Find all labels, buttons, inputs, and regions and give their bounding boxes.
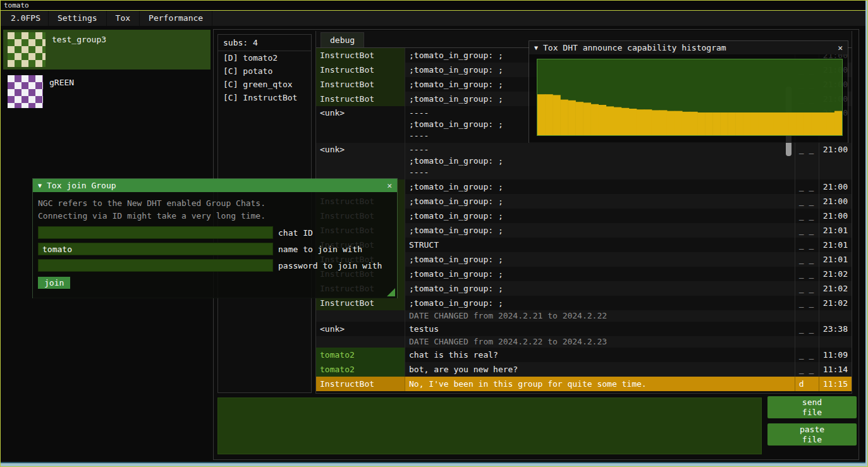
sender-name: tomato2 xyxy=(316,362,405,377)
menu-item-performance[interactable]: Performance xyxy=(140,11,212,26)
dht-histogram-titlebar[interactable]: ▼ Tox DHT announce capability histogram … xyxy=(529,41,848,54)
group-item-test_group3[interactable]: test_group3 xyxy=(3,30,211,70)
message-text: ;tomato_in_group: ; xyxy=(405,281,795,296)
group-name: gREEN xyxy=(49,75,74,109)
menu-item-tox[interactable]: Tox xyxy=(107,11,140,26)
sender-name: InstructBot xyxy=(316,48,405,63)
message-status: _ _ xyxy=(795,194,819,209)
message-status: _ _ xyxy=(795,296,819,310)
group-list: test_group3gREEN xyxy=(3,30,211,114)
sender-name: <unk> xyxy=(316,322,405,336)
close-icon[interactable]: ✕ xyxy=(838,43,843,52)
subs-header: subs: 4 xyxy=(218,35,311,51)
join-password-input[interactable] xyxy=(38,259,273,272)
message-status: _ _ xyxy=(795,281,819,296)
message-status: _ _ xyxy=(795,209,819,223)
subs-list: [D] tomato2[C] potato[C] green_qtox[C] I… xyxy=(218,51,311,104)
message-text: ----;tomato_in_group: ;---- xyxy=(405,143,795,179)
window-titlebar[interactable]: tomato xyxy=(1,1,867,11)
message-text: ;tomato_in_group: ; xyxy=(405,296,795,310)
sender-name: InstructBot xyxy=(316,63,405,77)
message-status: _ _ xyxy=(795,348,819,362)
sender-name xyxy=(316,310,405,322)
message-time: 21:00 xyxy=(819,179,852,194)
message-status: _ _ xyxy=(795,252,819,267)
message-time: 11:09 xyxy=(819,348,852,362)
message-text: ;tomato_in_group: ; xyxy=(405,223,795,238)
desktop-edge-bottom-strip xyxy=(1,462,867,466)
message-time: 21:01 xyxy=(819,252,852,267)
dht-histogram-window: ▼ Tox DHT announce capability histogram … xyxy=(529,40,848,143)
join-button[interactable]: join xyxy=(38,277,70,289)
sub-list-item[interactable]: [C] potato xyxy=(218,64,311,78)
dht-histogram-body xyxy=(529,54,848,143)
paste-file-button[interactable]: paste file xyxy=(767,423,857,446)
tab-debug[interactable]: debug xyxy=(321,32,364,47)
join-password-label: password to join with xyxy=(278,261,382,270)
group-name: test_group3 xyxy=(52,32,106,67)
message-text: testus xyxy=(405,322,795,336)
desktop-edge-right-strip xyxy=(865,1,867,466)
sender-name: <unk> xyxy=(316,143,405,179)
sub-list-item[interactable]: [C] InstructBot xyxy=(218,91,311,104)
name-field-row: name to join with xyxy=(38,243,392,255)
message-text: ;tomato_in_group: ; xyxy=(405,252,795,267)
message-status xyxy=(795,310,819,322)
message-text: chat is this real? xyxy=(405,348,795,362)
menubar: 2.0FPS SettingsToxPerformance xyxy=(1,11,867,26)
message-status: _ _ xyxy=(795,143,819,179)
date-separator-row[interactable]: DATE CHANGED from 2024.2.21 to 2024.2.22 xyxy=(316,310,852,322)
message-status xyxy=(795,336,819,348)
sender-name xyxy=(316,336,405,348)
message-time: 21:02 xyxy=(819,267,852,281)
collapse-arrow-icon[interactable]: ▼ xyxy=(38,182,42,189)
chat-id-input[interactable] xyxy=(38,226,273,239)
collapse-arrow-icon[interactable]: ▼ xyxy=(534,44,538,51)
message-status: _ _ xyxy=(795,179,819,194)
chat-message-row[interactable]: <unk>----;tomato_in_group: ;----_ _21:00 xyxy=(316,143,852,179)
window-title: tomato xyxy=(4,1,29,9)
date-separator-row[interactable]: DATE CHANGED from 2024.2.22 to 2024.2.23 xyxy=(316,336,852,348)
message-status: _ _ xyxy=(795,267,819,281)
join-group-window: ▼ Tox join Group ✕ NGC refers to the New… xyxy=(32,178,398,298)
chat-message-row[interactable]: tomato2bot, are you new here?_ _11:14 xyxy=(316,362,852,377)
resize-grip[interactable] xyxy=(387,288,395,296)
group-item-gREEN[interactable]: gREEN xyxy=(3,73,211,111)
message-time: 21:00 xyxy=(819,209,852,223)
chat-message-row[interactable]: <unk>testus_ _23:38 xyxy=(316,322,852,336)
histogram-plot[interactable] xyxy=(537,59,843,136)
message-time: 21:02 xyxy=(819,296,852,310)
join-group-window-title: Tox join Group xyxy=(47,181,116,190)
join-group-body: NGC refers to the New DHT enabled Group … xyxy=(33,192,397,298)
message-text: ;tomato_in_group: ; xyxy=(405,267,795,281)
chat-message-row[interactable]: tomato2chat is this real?_ _11:09 xyxy=(316,348,852,362)
sub-list-item[interactable]: [D] tomato2 xyxy=(218,51,311,64)
ngc-info-line-1: NGC refers to the New DHT enabled Group … xyxy=(38,197,392,210)
group-avatar xyxy=(8,75,43,108)
sender-name: <unk> xyxy=(316,106,405,143)
histogram-bars xyxy=(537,59,842,135)
message-time: 11:14 xyxy=(819,362,852,377)
close-icon[interactable]: ✕ xyxy=(387,181,392,190)
message-time: 21:01 xyxy=(819,223,852,238)
sender-name: tomato2 xyxy=(316,348,405,362)
message-input[interactable] xyxy=(217,397,762,454)
ngc-info-line-2: Connecting via ID might take a very long… xyxy=(38,210,392,222)
chat-message-row[interactable]: InstructBotNo, I've been in this group f… xyxy=(316,377,852,391)
send-file-button[interactable]: send file xyxy=(767,396,857,418)
date-changed-text: DATE CHANGED from 2024.2.21 to 2024.2.22 xyxy=(409,312,791,320)
join-name-input[interactable] xyxy=(38,243,273,255)
group-avatar xyxy=(8,32,46,67)
message-text: ;tomato_in_group: ; xyxy=(405,194,795,209)
sub-list-item[interactable]: [C] green_qtox xyxy=(218,78,311,91)
message-time xyxy=(819,336,852,348)
message-time: 21:00 xyxy=(819,194,852,209)
join-group-titlebar[interactable]: ▼ Tox join Group ✕ xyxy=(33,179,397,192)
message-text: ;tomato_in_group: ; xyxy=(405,179,795,194)
message-status: _ _ xyxy=(795,223,819,238)
message-status: _ _ xyxy=(795,322,819,336)
menu-item-settings[interactable]: Settings xyxy=(49,11,107,26)
dht-histogram-window-title: Tox DHT announce capability histogram xyxy=(543,43,726,52)
message-time xyxy=(819,310,852,322)
chat-id-field-row: chat ID xyxy=(38,226,392,239)
